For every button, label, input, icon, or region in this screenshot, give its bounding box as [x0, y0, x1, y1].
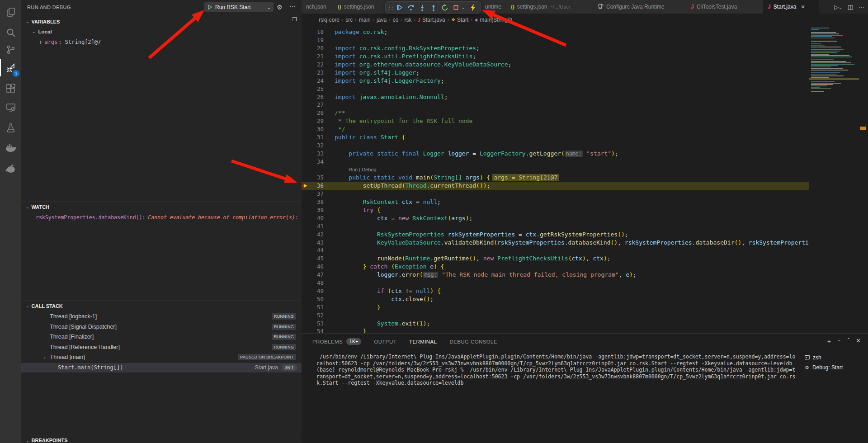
stack-frame-row[interactable]: Start.main(String[])Start.java36:1	[21, 363, 302, 372]
close-panel-icon[interactable]: ✕	[856, 337, 861, 345]
extensions-icon[interactable]	[0, 79, 21, 99]
code-line-39: 39 try {	[302, 206, 868, 214]
run-and-debug-icon[interactable]: 1	[0, 58, 21, 78]
explorer-icon[interactable]	[0, 2, 21, 22]
panel-actions: ＋ ⌄ ⌃ ✕	[826, 337, 861, 345]
scope-local[interactable]: ⌄ Local	[32, 29, 52, 34]
minimap-line	[811, 75, 844, 76]
class-symbol-icon: ❖	[451, 17, 455, 22]
new-terminal-icon[interactable]: ＋	[826, 337, 832, 345]
panel-tab-debug-console[interactable]: DEBUG CONSOLE	[449, 334, 497, 349]
breadcrumb-item[interactable]: java	[377, 17, 387, 23]
breadcrumb-label: rsk	[404, 17, 411, 23]
minimap-line	[811, 66, 831, 67]
line-number: 50	[311, 296, 324, 302]
debug-count-badge: 1	[13, 70, 19, 77]
chevron-down-icon[interactable]: ⌄	[837, 337, 841, 345]
variables-header[interactable]: ⌄ VARIABLES	[26, 19, 60, 24]
breadcrumb-item[interactable]: rskj-core	[319, 17, 340, 23]
terminal-item-debug-start[interactable]: ⚙Debug: Start	[800, 363, 868, 372]
call-stack-thread[interactable]: Thread [Finalizer]RUNNING	[21, 332, 302, 342]
ruler-marker	[860, 127, 866, 130]
code-text: * The entrypoint for the RSK full node	[335, 118, 472, 124]
minimap-line	[811, 33, 839, 34]
code-line-37: 37	[302, 190, 868, 198]
code-line-25: 25	[302, 85, 868, 93]
line-number: 42	[311, 231, 324, 238]
minimap[interactable]	[809, 26, 859, 333]
breakpoints-header[interactable]: ⌄ BREAKPOINTS	[26, 438, 68, 443]
maximize-panel-icon[interactable]: ⌃	[847, 337, 850, 345]
continue-icon[interactable]	[394, 2, 405, 13]
call-stack-thread[interactable]: Thread [Reference Handler]RUNNING	[21, 342, 302, 352]
step-over-icon[interactable]	[405, 2, 416, 13]
terminal-item-zsh[interactable]: zsh	[800, 353, 868, 363]
gear-icon[interactable]: ⚙	[277, 4, 283, 11]
panel-tab-problems[interactable]: PROBLEMS1K+	[312, 334, 361, 349]
breakpoint-current-line-icon[interactable]	[302, 182, 311, 189]
gradle-icon[interactable]	[0, 159, 21, 179]
call-stack-thread[interactable]: Thread [Signal Dispatcher]RUNNING	[21, 322, 302, 332]
codelens-run-debug[interactable]: Run | Debug	[349, 167, 377, 172]
thread-status-badge: RUNNING	[272, 324, 296, 330]
overview-ruler[interactable]	[859, 26, 868, 333]
step-out-icon[interactable]	[428, 2, 439, 13]
code-editor[interactable]: 18package co.rsk;1920import co.rsk.confi…	[302, 26, 868, 333]
tab-start-java[interactable]: JStart.java✕	[763, 0, 819, 14]
play-icon	[207, 5, 212, 10]
breadcrumb-item[interactable]: rsk	[404, 17, 411, 23]
breadcrumb-item[interactable]: co	[392, 17, 398, 23]
variable-row-args[interactable]: ❯ args: String[2]@7	[39, 39, 101, 45]
panel-tab-label: OUTPUT	[374, 339, 396, 344]
call-stack-thread[interactable]: Thread [logback-1]RUNNING	[21, 311, 302, 321]
more-actions-icon[interactable]: ⋯	[289, 3, 296, 10]
call-stack-thread[interactable]: ⌄Thread [main]PAUSED ON BREAKPOINT	[21, 352, 302, 362]
restart-icon[interactable]	[439, 2, 450, 13]
minimap-line	[811, 61, 846, 62]
run-file-icon[interactable]: ▷⌄	[834, 4, 842, 10]
hot-code-replace-icon[interactable]	[467, 2, 478, 13]
breadcrumb-item[interactable]: ❖Start	[451, 17, 468, 23]
terminal-output[interactable]: /usr/bin/env /Library/Internet\ Plug-Ins…	[316, 353, 796, 443]
copy-pages-icon[interactable]: ❐	[292, 16, 297, 23]
watch-header[interactable]: ⌄ WATCH	[26, 204, 49, 210]
glyph-margin	[302, 279, 311, 287]
stop-icon[interactable]	[450, 2, 462, 13]
panel-tab-terminal[interactable]: TERMINAL	[409, 334, 437, 349]
call-stack-header[interactable]: ⌄ CALL STACK	[26, 303, 63, 309]
breadcrumb-separator: ›	[448, 17, 449, 22]
minimap-line	[811, 57, 852, 57]
panel-tab-label: PROBLEMS	[312, 339, 343, 344]
breadcrumb-item[interactable]: main	[359, 17, 371, 23]
tab-configure-java-runtime[interactable]: Configure Java Runtime	[593, 0, 686, 14]
source-control-icon[interactable]	[0, 40, 21, 60]
tab-clitoolstest-java[interactable]: JCliToolsTest.java	[686, 0, 763, 14]
docker-icon[interactable]	[0, 138, 21, 158]
glyph-margin	[302, 101, 311, 108]
run-config-dropdown[interactable]: Run RSK Start ⌄	[204, 2, 274, 12]
chevron-down-icon: ⌄	[32, 29, 36, 34]
tab-nch-json[interactable]: nch.json	[302, 0, 333, 14]
code-line-27: 27	[302, 101, 868, 109]
remote-explorer-icon[interactable]	[0, 98, 21, 118]
close-icon[interactable]: ✕	[801, 4, 805, 10]
line-number: 45	[311, 255, 324, 262]
frame-location: Start.java36:1	[255, 364, 297, 371]
line-number: 23	[311, 69, 324, 76]
split-editor-icon[interactable]: ◫	[848, 4, 853, 10]
line-number: 48	[311, 279, 324, 286]
testing-icon[interactable]	[0, 118, 21, 138]
drag-handle-icon[interactable]: ⋮⋮	[387, 5, 394, 10]
panel-tab-output[interactable]: OUTPUT	[374, 334, 396, 349]
watch-row[interactable]: rskSystemProperties.databaseKind(): Cann…	[36, 214, 300, 221]
chevron-down-icon: ⌄	[26, 19, 29, 24]
breadcrumb-item[interactable]: src	[345, 17, 353, 23]
tab-settings-json[interactable]: {}settings.json	[333, 0, 389, 14]
minimap-line	[811, 49, 844, 50]
chevron-down-icon[interactable]: ⌄	[462, 5, 467, 10]
tab-settings-json[interactable]: {}settings.json~/.../User	[506, 0, 593, 14]
breadcrumb-item[interactable]: ◈main(String[])	[475, 17, 513, 23]
breadcrumb-item[interactable]: JStart.java	[418, 17, 445, 23]
more-actions-icon[interactable]: ⋯	[859, 4, 864, 10]
step-into-icon[interactable]	[416, 2, 428, 13]
